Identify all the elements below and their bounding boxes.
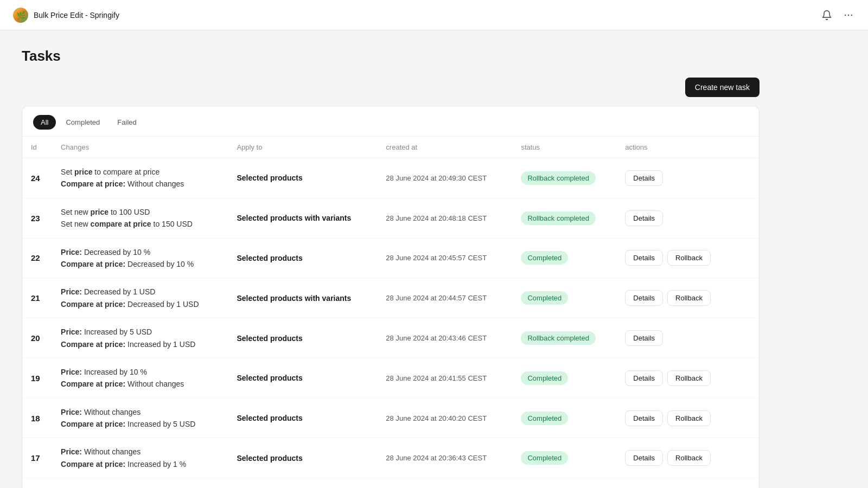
change-line: Price: Without changes bbox=[61, 406, 219, 418]
task-created-at: 28 June 2024 at 20:40:20 CEST bbox=[377, 398, 512, 438]
details-button[interactable]: Details bbox=[625, 450, 663, 466]
actions-cell: DetailsRollback bbox=[625, 450, 750, 466]
tasks-card: All Completed Failed Id Changes Apply to… bbox=[22, 106, 760, 488]
task-apply-to: Selected products bbox=[228, 318, 377, 358]
change-line: Set price to compare at price bbox=[61, 166, 219, 178]
app-icon: 🌿 bbox=[13, 8, 28, 23]
task-actions: DetailsRollback bbox=[616, 278, 759, 318]
task-apply-to: Selected products with variants bbox=[228, 278, 377, 318]
task-changes: Price: Without changesCompare at price: … bbox=[52, 438, 228, 478]
svg-point-0 bbox=[845, 14, 846, 16]
task-changes: Set new price to 100 USDSet new compare … bbox=[52, 198, 228, 238]
topbar-left: 🌿 Bulk Price Edit - Springify bbox=[13, 8, 119, 23]
status-badge: Rollback completed bbox=[521, 331, 595, 345]
task-created-at: 28 June 2024 at 20:48:18 CEST bbox=[377, 198, 512, 238]
change-line: Compare at price: Without changes bbox=[61, 378, 219, 390]
rollback-button[interactable]: Rollback bbox=[667, 250, 711, 266]
create-new-task-button[interactable]: Create new task bbox=[685, 78, 760, 97]
change-line: Compare at price: Decreased by 10 % bbox=[61, 258, 219, 270]
task-created-at: 28 June 2024 at 19:54:37 CEST bbox=[377, 478, 512, 488]
table-row: 19Price: Increased by 10 %Compare at pri… bbox=[22, 358, 759, 398]
change-line: Price: Without changes bbox=[61, 446, 219, 458]
table-row: 16Price: Increased by 1 USDCompare at pr… bbox=[22, 478, 759, 488]
task-id: 19 bbox=[22, 358, 52, 398]
task-created-at: 28 June 2024 at 20:36:43 CEST bbox=[377, 438, 512, 478]
rollback-button[interactable]: Rollback bbox=[667, 370, 711, 386]
col-id: Id bbox=[22, 137, 52, 158]
task-apply-to: Selected products bbox=[228, 438, 377, 478]
main-content: Tasks Create new task All Completed Fail… bbox=[0, 30, 781, 488]
rollback-button[interactable]: Rollback bbox=[667, 290, 711, 306]
task-id: 23 bbox=[22, 198, 52, 238]
status-badge: Completed bbox=[521, 371, 568, 385]
change-line: Price: Decreased by 1 USD bbox=[61, 286, 219, 298]
actions-cell: Details bbox=[625, 330, 750, 346]
task-created-at: 28 June 2024 at 20:45:57 CEST bbox=[377, 238, 512, 278]
page-title: Tasks bbox=[22, 48, 760, 65]
status-badge: Rollback completed bbox=[521, 171, 595, 185]
topbar-right bbox=[820, 9, 855, 22]
toolbar: Create new task bbox=[22, 78, 760, 97]
task-changes: Price: Increased by 10 %Compare at price… bbox=[52, 358, 228, 398]
task-created-at: 28 June 2024 at 20:44:57 CEST bbox=[377, 278, 512, 318]
actions-cell: Details bbox=[625, 170, 750, 186]
tab-failed[interactable]: Failed bbox=[110, 115, 144, 130]
tasks-table: Id Changes Apply to created at status ac… bbox=[22, 137, 759, 488]
change-line: Compare at price: Without changes bbox=[61, 178, 219, 190]
table-row: 20Price: Increased by 5 USDCompare at pr… bbox=[22, 318, 759, 358]
details-button[interactable]: Details bbox=[625, 370, 663, 386]
task-apply-to: Selected products bbox=[228, 238, 377, 278]
task-id: 18 bbox=[22, 398, 52, 438]
status-badge: Completed bbox=[521, 291, 568, 305]
task-actions: DetailsRollback bbox=[616, 358, 759, 398]
actions-cell: DetailsRollback bbox=[625, 290, 750, 306]
notification-icon[interactable] bbox=[820, 9, 833, 22]
actions-cell: Details bbox=[625, 210, 750, 226]
task-actions: Details bbox=[616, 318, 759, 358]
details-button[interactable]: Details bbox=[625, 210, 663, 226]
actions-cell: DetailsRollback bbox=[625, 370, 750, 386]
task-apply-to: Selected products with variants bbox=[228, 198, 377, 238]
col-status: status bbox=[512, 137, 616, 158]
rollback-button[interactable]: Rollback bbox=[667, 450, 711, 466]
task-created-at: 28 June 2024 at 20:43:46 CEST bbox=[377, 318, 512, 358]
details-button[interactable]: Details bbox=[625, 330, 663, 346]
task-created-at: 28 June 2024 at 20:49:30 CEST bbox=[377, 158, 512, 198]
details-button[interactable]: Details bbox=[625, 170, 663, 186]
status-badge: Rollback completed bbox=[521, 211, 595, 225]
task-id: 21 bbox=[22, 278, 52, 318]
tab-completed[interactable]: Completed bbox=[58, 115, 107, 130]
task-changes: Price: Decreased by 1 USDCompare at pric… bbox=[52, 278, 228, 318]
task-status: Completed bbox=[512, 278, 616, 318]
task-id: 24 bbox=[22, 158, 52, 198]
svg-point-2 bbox=[851, 14, 853, 16]
task-id: 16 bbox=[22, 478, 52, 488]
topbar: 🌿 Bulk Price Edit - Springify bbox=[0, 0, 868, 30]
task-changes: Set price to compare at priceCompare at … bbox=[52, 158, 228, 198]
table-row: 21Price: Decreased by 1 USDCompare at pr… bbox=[22, 278, 759, 318]
details-button[interactable]: Details bbox=[625, 250, 663, 266]
table-row: 17Price: Without changesCompare at price… bbox=[22, 438, 759, 478]
task-status: Completed bbox=[512, 398, 616, 438]
change-line: Set new price to 100 USD bbox=[61, 206, 219, 218]
task-actions: DetailsRollback bbox=[616, 478, 759, 488]
table-row: 18Price: Without changesCompare at price… bbox=[22, 398, 759, 438]
details-button[interactable]: Details bbox=[625, 290, 663, 306]
change-line: Price: Decreased by 10 % bbox=[61, 246, 219, 258]
tab-all[interactable]: All bbox=[33, 115, 56, 130]
task-actions: DetailsRollback bbox=[616, 398, 759, 438]
change-line: Compare at price: Increased by 1 USD bbox=[61, 338, 219, 350]
task-status: Completed bbox=[512, 438, 616, 478]
more-options-icon[interactable] bbox=[842, 9, 855, 22]
task-status: Rollback completed bbox=[512, 158, 616, 198]
change-line: Compare at price: Decreased by 1 USD bbox=[61, 298, 219, 310]
task-status: Rollback completed bbox=[512, 318, 616, 358]
task-apply-to: Selected products bbox=[228, 158, 377, 198]
rollback-button[interactable]: Rollback bbox=[667, 410, 711, 426]
task-apply-to: Selected products bbox=[228, 478, 377, 488]
task-actions: Details bbox=[616, 198, 759, 238]
app-title: Bulk Price Edit - Springify bbox=[34, 11, 119, 20]
task-actions: Details bbox=[616, 158, 759, 198]
details-button[interactable]: Details bbox=[625, 410, 663, 426]
change-line: Compare at price: Increased by 1 % bbox=[61, 458, 219, 470]
